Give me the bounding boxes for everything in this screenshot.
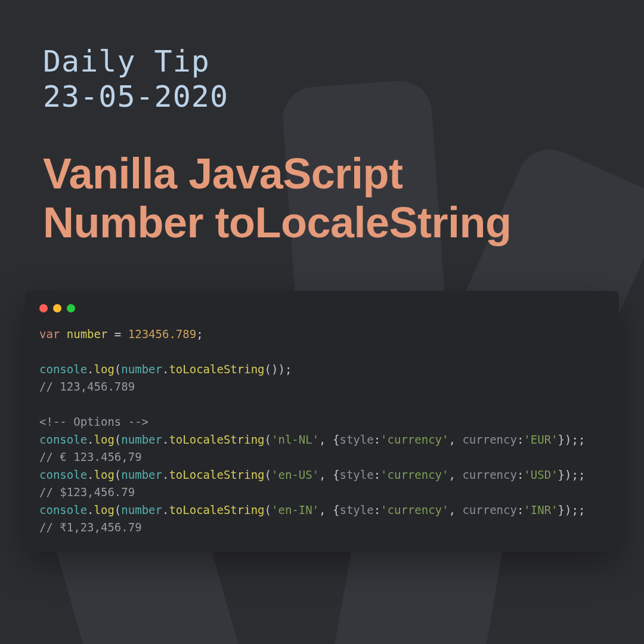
code-punct: }: [558, 468, 565, 481]
code-punct: }: [558, 503, 565, 516]
code-punct: (: [265, 468, 271, 481]
code-key: currency: [462, 433, 517, 446]
code-identifier: console: [39, 503, 87, 516]
code-punct: );: [565, 468, 578, 481]
code-punct: .: [87, 363, 94, 376]
minimize-icon: [53, 304, 61, 312]
code-punct: =: [107, 327, 128, 340]
code-string: 'EUR': [524, 433, 558, 446]
code-comment: <!-- Options -->: [39, 415, 148, 428]
code-punct: ,: [319, 433, 333, 446]
code-number: 123456.789: [128, 327, 196, 340]
code-comment: // € 123.456,79: [39, 450, 142, 463]
code-comment: // $123,456.79: [39, 485, 135, 499]
header-subtitle: Daily Tip 23-05-2020: [43, 44, 601, 114]
code-punct: ,: [448, 433, 462, 446]
code-punct: .: [162, 363, 169, 376]
code-punct: {: [333, 433, 339, 446]
code-identifier: console: [39, 433, 87, 446]
code-string: 'INR': [524, 503, 558, 516]
code-punct: (: [265, 433, 271, 446]
code-punct: ;: [196, 327, 203, 340]
code-string: 'currency': [380, 433, 448, 446]
code-string: 'currency': [380, 503, 448, 516]
code-punct: :: [517, 468, 524, 481]
code-identifier: number: [121, 433, 162, 446]
code-string: 'currency': [380, 468, 448, 481]
code-string: 'en-IN': [271, 503, 319, 516]
subtitle-line2: 23-05-2020: [43, 79, 228, 114]
code-identifier: console: [39, 363, 87, 376]
code-punct: ,: [448, 503, 462, 516]
code-punct: ;: [578, 433, 585, 446]
code-identifier: console: [39, 468, 87, 481]
code-identifier: number: [121, 468, 162, 481]
close-icon: [39, 304, 48, 312]
code-string: 'nl-NL': [271, 433, 319, 446]
code-punct: (: [114, 363, 121, 376]
code-block: var number = 123456.789; console.log(num…: [39, 326, 605, 536]
window-traffic-lights: [39, 304, 605, 312]
code-keyword: var: [39, 327, 60, 340]
code-method: log: [94, 468, 114, 481]
code-key: currency: [462, 468, 517, 481]
code-method: toLocaleString: [169, 468, 264, 481]
code-key: style: [339, 468, 373, 481]
code-punct: :: [517, 433, 524, 446]
code-punct: {: [333, 503, 339, 516]
maximize-icon: [67, 304, 75, 312]
title-line1: Vanilla JavaScript: [43, 150, 402, 197]
code-punct: :: [517, 503, 524, 516]
code-punct: );: [278, 363, 292, 376]
code-punct: {: [333, 468, 339, 481]
code-punct: (): [265, 363, 278, 376]
code-punct: (: [265, 503, 271, 516]
code-comment: // ₹1,23,456.79: [39, 521, 142, 534]
code-key: style: [339, 433, 373, 446]
code-punct: ,: [319, 468, 333, 481]
code-punct: }: [558, 433, 565, 446]
code-identifier: number: [121, 363, 162, 376]
code-method: toLocaleString: [169, 503, 264, 516]
code-key: currency: [462, 503, 517, 516]
code-identifier: number: [67, 327, 108, 340]
code-punct: .: [87, 468, 94, 481]
code-method: toLocaleString: [169, 433, 264, 446]
code-punct: ;: [578, 468, 585, 481]
code-punct: (: [114, 468, 121, 481]
code-method: log: [94, 363, 114, 376]
code-method: toLocaleString: [169, 363, 264, 376]
page-title: Vanilla JavaScript Number toLocaleString: [43, 149, 601, 247]
code-punct: .: [162, 433, 169, 446]
code-punct: :: [374, 433, 380, 446]
code-punct: :: [374, 468, 380, 481]
title-line2: Number toLocaleString: [43, 199, 512, 246]
code-punct: );: [565, 433, 578, 446]
subtitle-line1: Daily Tip: [43, 44, 210, 79]
code-punct: ,: [448, 468, 462, 481]
code-comment: // 123,456.789: [39, 380, 135, 393]
code-punct: .: [87, 433, 94, 446]
code-identifier: number: [121, 503, 162, 516]
code-punct: .: [162, 503, 169, 516]
code-punct: );: [565, 503, 578, 516]
code-method: log: [94, 503, 114, 516]
code-punct: .: [162, 468, 169, 481]
code-key: style: [339, 503, 373, 516]
code-punct: ,: [319, 503, 333, 516]
code-punct: ;: [578, 503, 585, 516]
code-punct: (: [114, 433, 121, 446]
code-punct: :: [374, 503, 380, 516]
code-window: var number = 123456.789; console.log(num…: [25, 291, 619, 552]
code-punct: .: [87, 503, 94, 516]
code-method: log: [94, 433, 114, 446]
code-punct: (: [114, 503, 121, 516]
code-string: 'en-US': [271, 468, 319, 481]
code-string: 'USD': [524, 468, 558, 481]
